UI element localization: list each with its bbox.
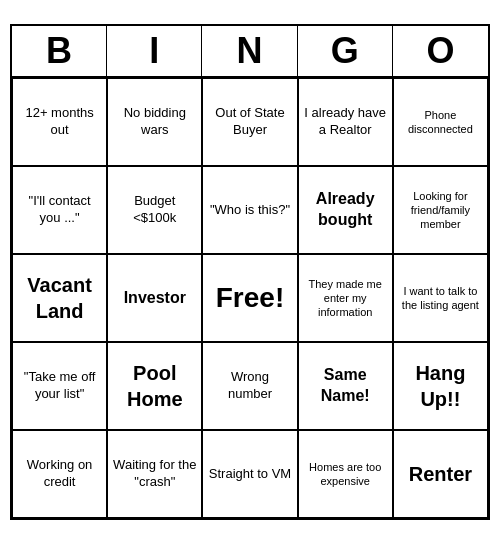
bingo-cell-17[interactable]: Wrong number [202, 342, 297, 430]
bingo-cell-20[interactable]: Working on credit [12, 430, 107, 518]
bingo-card: BINGO 12+ months outNo bidding warsOut o… [10, 24, 490, 520]
bingo-cell-23[interactable]: Homes are too expensive [298, 430, 393, 518]
bingo-cell-10[interactable]: Vacant Land [12, 254, 107, 342]
bingo-cell-15[interactable]: "Take me off your list" [12, 342, 107, 430]
bingo-letter-o: O [393, 26, 488, 76]
bingo-cell-9[interactable]: Looking for friend/family member [393, 166, 488, 254]
bingo-cell-24[interactable]: Renter [393, 430, 488, 518]
bingo-cell-21[interactable]: Waiting for the "crash" [107, 430, 202, 518]
bingo-cell-4[interactable]: Phone disconnected [393, 78, 488, 166]
bingo-letter-g: G [298, 26, 393, 76]
bingo-cell-18[interactable]: Same Name! [298, 342, 393, 430]
bingo-cell-8[interactable]: Already bought [298, 166, 393, 254]
bingo-cell-13[interactable]: They made me enter my information [298, 254, 393, 342]
bingo-cell-12[interactable]: Free! [202, 254, 297, 342]
bingo-cell-22[interactable]: Straight to VM [202, 430, 297, 518]
bingo-cell-19[interactable]: Hang Up!! [393, 342, 488, 430]
bingo-cell-3[interactable]: I already have a Realtor [298, 78, 393, 166]
bingo-cell-16[interactable]: Pool Home [107, 342, 202, 430]
bingo-cell-2[interactable]: Out of State Buyer [202, 78, 297, 166]
bingo-cell-14[interactable]: I want to talk to the listing agent [393, 254, 488, 342]
bingo-header: BINGO [12, 26, 488, 78]
bingo-cell-5[interactable]: "I'll contact you ..." [12, 166, 107, 254]
bingo-grid: 12+ months outNo bidding warsOut of Stat… [12, 78, 488, 518]
bingo-cell-1[interactable]: No bidding wars [107, 78, 202, 166]
bingo-letter-b: B [12, 26, 107, 76]
bingo-cell-0[interactable]: 12+ months out [12, 78, 107, 166]
bingo-cell-11[interactable]: Investor [107, 254, 202, 342]
bingo-cell-6[interactable]: Budget <$100k [107, 166, 202, 254]
bingo-letter-n: N [202, 26, 297, 76]
bingo-cell-7[interactable]: "Who is this?" [202, 166, 297, 254]
bingo-letter-i: I [107, 26, 202, 76]
